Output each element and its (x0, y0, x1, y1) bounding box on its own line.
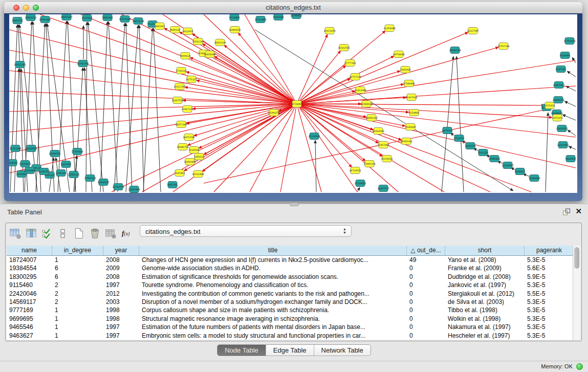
graph-node[interactable]: 1527602 (82, 15, 92, 21)
graph-node[interactable]: 16099489 (184, 159, 195, 165)
graph-node[interactable]: 12923448 (128, 186, 140, 193)
graph-node[interactable]: 9227343 (556, 66, 566, 73)
table-row[interactable]: 977716911998Corpus callosum shape and si… (7, 306, 574, 314)
graph-node[interactable]: 15134545 (308, 133, 320, 140)
graph-node[interactable]: 11156869 (24, 167, 35, 174)
graph-node[interactable]: 7485088 (400, 67, 410, 73)
graph-node[interactable]: 9466160 (102, 14, 113, 21)
graph-node[interactable]: 17359928 (71, 148, 83, 155)
tab-node-table[interactable]: Node Table (217, 345, 266, 356)
table-row[interactable]: 1456911722003Disruption of a novel membe… (7, 298, 574, 306)
graph-node[interactable]: 16162582 (338, 45, 350, 51)
select-all-rows-icon[interactable] (40, 227, 54, 240)
graph-node[interactable]: 14754048 (393, 51, 404, 58)
graph-node[interactable]: 17957223 (84, 175, 96, 182)
graph-node[interactable]: 4275127 (186, 76, 197, 83)
graph-node[interactable]: 18995392 (400, 138, 412, 145)
graph-node[interactable]: 8679919 (442, 127, 452, 134)
graph-node[interactable]: 16671358 (132, 18, 144, 25)
graph-node[interactable]: 18673100 (175, 121, 187, 128)
graph-node[interactable]: 9115460 (229, 14, 239, 21)
graph-node[interactable]: 22040818 (360, 101, 372, 107)
graph-node[interactable]: 23967131 (181, 106, 193, 113)
graph-node[interactable]: 15457404 (377, 142, 389, 148)
float-panel-icon[interactable] (562, 208, 571, 215)
graph-node[interactable]: 18686198 (365, 115, 377, 121)
graph-node[interactable]: 15692931 (556, 125, 568, 132)
clear-row-selection-icon[interactable] (56, 227, 70, 240)
graph-node[interactable]: 12103441 (557, 142, 569, 148)
tab-network-table[interactable]: Network Table (314, 345, 371, 356)
graph-node[interactable]: 12093832 (553, 82, 564, 89)
graph-node[interactable]: 18300272 (268, 110, 279, 116)
graph-node[interactable]: 16602129 (214, 39, 226, 46)
graph-node[interactable]: 9245012 (515, 168, 525, 175)
column-header-year[interactable]: year (103, 246, 139, 255)
graph-node[interactable]: 12505135 (68, 171, 79, 178)
graph-node[interactable]: 9899618 (180, 53, 190, 59)
graph-node[interactable]: 7691322 (478, 149, 488, 156)
graph-node[interactable]: 17777141 (344, 60, 356, 67)
graph-node[interactable]: 16973580 (183, 134, 194, 141)
graph-node[interactable]: 22198023 (290, 14, 302, 19)
table-row[interactable]: 946362711997Embryonic stem cells: a mode… (7, 332, 574, 340)
column-header-title[interactable]: title (139, 246, 407, 255)
network-canvas[interactable]: 9405574180361132069140610653287152760294… (9, 14, 577, 193)
delete-rows-icon[interactable] (88, 227, 101, 240)
graph-node[interactable]: 12217987 (467, 28, 478, 34)
graph-node[interactable]: 16958107 (97, 179, 109, 186)
show-columns-icon[interactable] (25, 227, 38, 240)
graph-node[interactable]: 16543391 (192, 38, 204, 45)
graph-node[interactable]: 26351908 (9, 145, 21, 152)
graph-node[interactable]: 15751074 (563, 38, 575, 45)
graph-node[interactable]: 18438986 (204, 51, 215, 58)
graph-node[interactable]: 21953346 (77, 60, 89, 67)
graph-node[interactable]: 7625402 (175, 170, 185, 177)
graph-node[interactable]: 19933659 (323, 28, 335, 34)
graph-node[interactable]: 7624504 (189, 147, 199, 154)
graph-node[interactable]: 9463822 (155, 23, 165, 30)
graph-node[interactable]: 12236607 (502, 162, 513, 169)
graph-node[interactable]: 16734591 (349, 167, 361, 174)
table-settings-icon[interactable] (9, 227, 22, 240)
graph-node[interactable]: 10946422 (488, 156, 500, 162)
graph-node[interactable]: 16648784 (449, 47, 461, 54)
column-header-short[interactable]: short (445, 246, 525, 255)
graph-node[interactable]: 1595838 (545, 102, 555, 109)
graph-node[interactable]: 8912954 (183, 28, 193, 35)
panel-resize-handle[interactable] (290, 203, 299, 206)
table-row[interactable]: 911546021997Tourette syndrome. Phenomeno… (7, 281, 574, 289)
graph-node[interactable]: 1145194 (56, 170, 66, 177)
delete-table-icon[interactable] (104, 227, 117, 240)
graph-node[interactable]: 9949600 (405, 124, 416, 130)
graph-node[interactable]: 9857791 (167, 182, 178, 188)
graph-node[interactable]: 15723480 (254, 16, 266, 23)
graph-node[interactable]: 10719184 (119, 16, 130, 23)
table-row[interactable]: 1830029562008Estimation of significance … (7, 273, 574, 281)
graph-node[interactable]: 17045390 (363, 161, 375, 167)
graph-node[interactable]: 9660128 (170, 27, 180, 33)
graph-node[interactable]: 6791972 (454, 135, 464, 142)
graph-node[interactable]: 15134541 (354, 180, 366, 187)
graph-node[interactable]: 19797349 (497, 43, 509, 50)
graph-node[interactable]: 9097587 (61, 161, 71, 168)
graph-node[interactable]: 12940988 (528, 175, 540, 182)
graph-node[interactable]: 11254948 (383, 25, 395, 32)
table-row[interactable]: 946554611997Estimation of the future num… (7, 323, 574, 331)
graph-node[interactable]: 9405574 (12, 17, 23, 24)
table-row[interactable]: 2242004622012Investigating the contribut… (7, 290, 574, 298)
graph-node[interactable]: 9462453 (565, 156, 576, 162)
column-header-pagerank[interactable]: pagerank (525, 246, 574, 255)
graph-node[interactable]: 20691406 (39, 16, 51, 23)
graph-node[interactable]: 12213363 (173, 83, 185, 90)
graph-node[interactable]: 22400816 (229, 27, 241, 33)
table-scrollbar[interactable] (573, 246, 580, 340)
graph-node[interactable]: 10653287 (60, 14, 72, 20)
graph-node[interactable]: 9154466 (409, 110, 419, 116)
window-titlebar[interactable]: citations_edges.txt (4, 2, 582, 14)
graph-node[interactable]: 1498222 (194, 154, 204, 160)
graph-node[interactable]: 19258838 (19, 161, 31, 167)
graph-node[interactable]: 18154521 (381, 156, 393, 162)
function-builder-icon[interactable]: f(x) (122, 229, 129, 237)
graph-node[interactable]: 20206536 (49, 150, 60, 157)
